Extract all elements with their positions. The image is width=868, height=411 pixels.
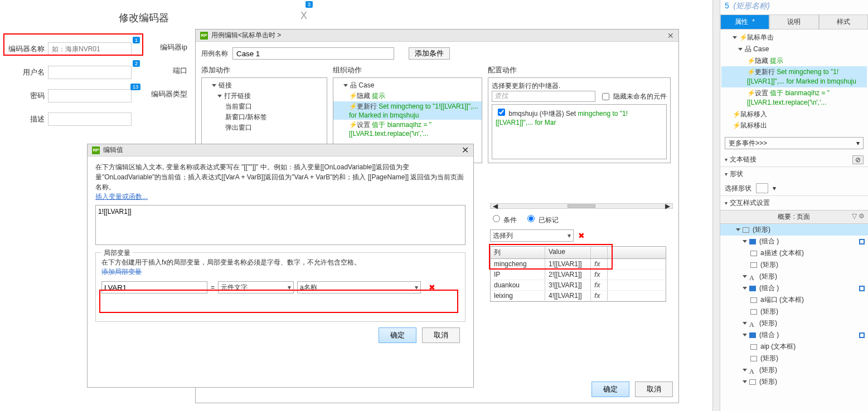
lbl-ip: 编码器ip [143,42,187,52]
badge-3: 3 [306,1,313,8]
rp-icon: RP [200,32,208,40]
edit-value-close-icon[interactable]: ✕ [462,145,469,155]
shape-header: 形状 [730,169,743,179]
badge-2: 2 [133,60,140,67]
table-row[interactable]: IP2![[LVAR1]]fx [491,270,666,280]
outline-item[interactable]: a端口 (文本框) [720,294,868,306]
add-local-var-link[interactable]: 添加局部变量 [101,268,142,276]
highlight-name [3,33,143,56]
textlink-icon[interactable]: ⊘ [852,155,864,164]
highlight-table [489,244,613,270]
highlight-localvar [99,290,458,313]
editvalue-cancel-button[interactable]: 取消 [422,327,460,343]
outline-item[interactable]: a描述 (文本框) [720,247,868,259]
edit-value-title: 编辑值 [103,145,123,155]
panel-divider[interactable] [712,0,720,411]
search-input[interactable]: 查找 [492,91,595,102]
rp-icon: RP [92,146,100,154]
remove-icon[interactable]: ✖ [578,231,585,240]
outline-item[interactable]: (组合 ) [720,236,868,247]
outline-item[interactable]: (矩形) [720,259,868,271]
insert-var-link[interactable]: 插入变量或函数... [95,193,148,200]
badge-13: 13 [130,84,140,90]
lbl-type: 编码器类型 [143,89,187,99]
edit-value-dialog: RP 编辑值 ✕ 在下方编辑区输入文本, 变量名称或表达式要写在 "[[""]]… [87,144,474,388]
outline-item[interactable]: A(矩形) [720,317,868,329]
outline-item[interactable]: (矩形) [720,376,868,388]
input-user[interactable] [48,66,132,79]
tab-properties[interactable]: 属性 * [720,14,769,30]
interaction-style-header: 交互样式设置 [730,198,770,208]
col2-header: 组织动作 [333,65,482,75]
table-row[interactable]: duankou3![[LVAR1]]fx [491,280,666,291]
tab-style[interactable]: 样式 [819,14,868,30]
selection-count: 5 [725,1,729,10]
textlink-header: 文本链接 [730,155,757,164]
local-vars-help: 在下方创建用于插入fx的局部变量，局部变量名称必须是字母、数字，不允许包含空格。 [101,257,459,267]
select-shape-label: 选择形状 [725,184,751,193]
h-scrollbar[interactable]: ◀▶ [490,203,673,209]
outline-item[interactable]: aip (文本框) [720,341,868,353]
outline-tree[interactable]: (矩形)(组合 )a描述 (文本框)(矩形)A(矩形)(组合 )a端口 (文本框… [720,224,868,391]
col3-top-text: 选择要更新行的中继器. [492,81,667,91]
lbl-desc: 描述 [0,114,45,124]
outline-item[interactable]: (矩形) [720,353,868,364]
case-ok-button[interactable]: 确定 [591,381,629,397]
outline-item[interactable]: A(矩形) [720,271,868,282]
table-row[interactable]: leixing4![[LVAR1]]fx [491,291,666,301]
properties-panel: 5 (矩形名称) 属性 * 说明 样式 ⚡鼠标单击 品 Case ⚡隐藏 提示 … [720,0,868,411]
outline-header: 概要 : 页面▽ ⚙ [720,210,868,224]
tab-notes[interactable]: 说明 [769,14,818,30]
case-editor-close-icon[interactable]: ✕ [667,31,674,40]
outline-item[interactable]: (组合 ) [720,329,868,341]
case-editor-title: 用例编辑<鼠标单击时 > [211,31,281,40]
col3-header: 配置动作 [488,65,671,75]
radio-condition[interactable]: 条件 [490,213,517,225]
case-name-input[interactable] [232,47,394,60]
lbl-pwd: 密码 [0,91,45,101]
case-cancel-button[interactable]: 取消 [635,381,673,397]
expression-textarea[interactable] [95,205,465,245]
select-column-dropdown[interactable]: 选择列 [490,229,574,242]
outline-item[interactable]: (组合 ) [720,282,868,294]
form-title: 修改编码器 [119,11,169,25]
case-name-label: 用例名称 [201,49,228,58]
repeater-item[interactable]: bmqshuju (中继器) Set mingcheng to "1![[LVA… [493,106,665,128]
outline-item[interactable]: A(矩形) [720,364,868,376]
hide-unnamed-checkbox[interactable]: 隐藏未命名的元件 [600,91,667,102]
col1-header: 添加动作 [201,65,327,75]
form-close[interactable]: X [300,10,307,22]
outline-item[interactable]: (矩形) [720,224,868,236]
local-vars-legend: 局部变量 [101,248,133,258]
outline-item[interactable]: (矩形) [720,306,868,317]
filter-icon[interactable]: ▽ ⚙ [852,212,865,220]
input-desc[interactable] [48,112,132,126]
selection-name: (矩形名称) [734,1,770,10]
lbl-port: 端口 [143,66,187,76]
editvalue-ok-button[interactable]: 确定 [379,327,416,343]
shape-picker[interactable] [756,183,768,193]
radio-marked[interactable]: 已标记 [525,213,558,225]
lbl-user: 用户名 [0,67,45,77]
events-tree[interactable]: ⚡鼠标单击 品 Case ⚡隐藏 提示 ⚡更新行 Set mingcheng t… [720,30,868,134]
more-events-dropdown[interactable]: 更多事件>>> [725,137,864,149]
edit-value-help: 在下方编辑区输入文本, 变量名称或表达式要写在 "[[""]]" 中。例如：插入… [95,162,465,192]
add-condition-button[interactable]: 添加条件 [409,47,450,60]
input-pwd[interactable] [48,89,132,102]
